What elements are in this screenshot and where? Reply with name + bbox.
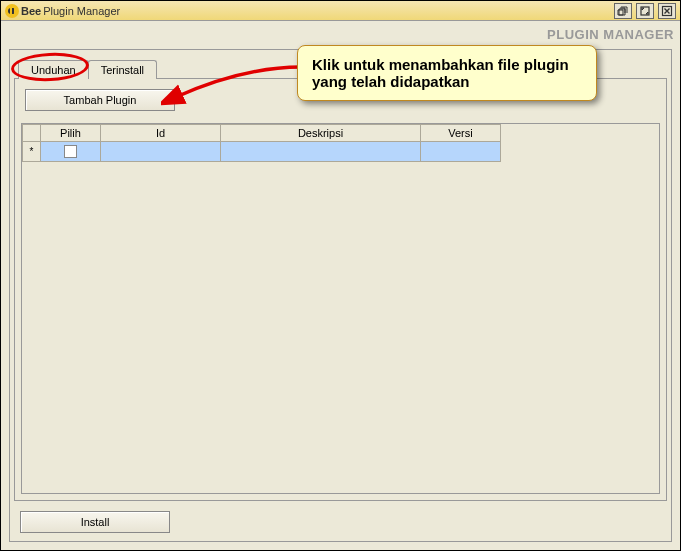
close-icon[interactable] <box>658 3 676 19</box>
tab-unduhan[interactable]: Unduhan <box>18 60 89 79</box>
plugin-table-container: Pilih Id Deskripsi Versi * <box>21 123 660 494</box>
cell-id[interactable] <box>101 142 221 162</box>
bee-icon <box>5 4 19 18</box>
plugin-table: Pilih Id Deskripsi Versi * <box>22 124 501 162</box>
install-button[interactable]: Install <box>20 511 170 533</box>
tab-panel-unduhan: Tambah Plugin Pilih Id Deskripsi Versi <box>14 78 667 501</box>
annotation-callout: Klik untuk menambahkan file plugin yang … <box>297 45 597 101</box>
col-header-deskripsi[interactable]: Deskripsi <box>221 125 421 142</box>
window-title: Plugin Manager <box>43 5 120 17</box>
table-row[interactable]: * <box>23 142 501 162</box>
tab-strip: Unduhan Terinstall <box>18 60 156 79</box>
checkbox[interactable] <box>64 145 77 158</box>
col-header-pilih[interactable]: Pilih <box>41 125 101 142</box>
title-buttons <box>614 3 676 19</box>
logo-text: Bee <box>21 5 41 17</box>
cell-deskripsi[interactable] <box>221 142 421 162</box>
row-marker: * <box>23 142 41 162</box>
add-plugin-button[interactable]: Tambah Plugin <box>25 89 175 111</box>
cell-versi[interactable] <box>421 142 501 162</box>
tab-terinstall[interactable]: Terinstall <box>88 60 157 79</box>
page-title: PLUGIN MANAGER <box>547 27 674 42</box>
row-header-corner <box>23 125 41 142</box>
maximize-icon[interactable] <box>636 3 654 19</box>
restore-down-icon[interactable] <box>614 3 632 19</box>
plugin-manager-window: Bee Plugin Manager PLUGIN MANAGER Unduha… <box>0 0 681 551</box>
titlebar: Bee Plugin Manager <box>1 1 680 21</box>
app-logo: Bee <box>5 4 41 18</box>
col-header-versi[interactable]: Versi <box>421 125 501 142</box>
content-panel: Unduhan Terinstall Tambah Plugin Pilih I… <box>9 49 672 542</box>
col-header-id[interactable]: Id <box>101 125 221 142</box>
cell-pilih[interactable] <box>41 142 101 162</box>
